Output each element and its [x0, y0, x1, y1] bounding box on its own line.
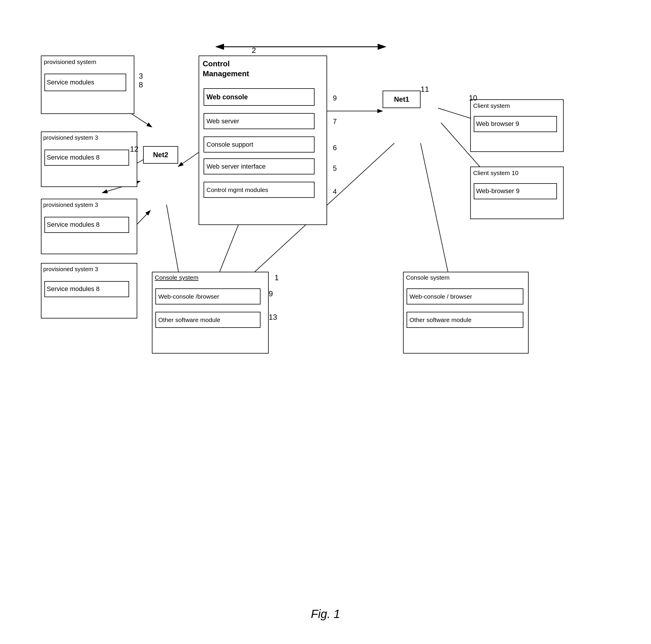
- provisioned-system-1-outer: provisioned system Service modules: [41, 56, 134, 114]
- figure-caption: Fig. 1: [311, 608, 340, 621]
- console-system-left-label: Console system: [152, 272, 268, 283]
- num-1-label: 1: [275, 273, 279, 282]
- num-10-label: 10: [469, 93, 477, 103]
- service-modules-3-label: Service modules 8: [45, 219, 101, 230]
- console-support-box: Console support: [204, 137, 314, 152]
- console-right-webconsole-label: Web-console / browser: [407, 292, 474, 301]
- provisioned-system-2-inner: Service modules 8: [44, 150, 129, 166]
- client-system-2-outer: Client system 10 Web-browser 9: [470, 167, 564, 219]
- num-2-label: 2: [252, 46, 256, 55]
- client-system-2-inner: Web-browser 9: [474, 183, 557, 199]
- num-4-control-label: 4: [333, 187, 337, 196]
- num-13-label: 13: [269, 313, 277, 322]
- net1-label: Net1: [394, 95, 409, 104]
- console-system-left-outer: Console system Web-console /browser Othe…: [152, 272, 269, 354]
- web-server-interface-label: Web server interface: [204, 162, 268, 172]
- num-7-control-label: 7: [333, 117, 337, 126]
- provisioned-system-4-outer: provisioned system 3 Service modules 8: [41, 263, 137, 319]
- num-9-control-label: 9: [333, 94, 337, 102]
- num-11-label: 11: [421, 85, 429, 94]
- web-console-label: Web console: [204, 92, 250, 102]
- web-server-box: Web server: [204, 113, 314, 129]
- provisioned-system-3-label: provisioned system 3: [41, 199, 137, 210]
- console-right-webconsole-box: Web-console / browser: [407, 288, 523, 304]
- provisioned-system-1-inner: Service modules: [44, 74, 126, 91]
- service-modules-4-label: Service modules 8: [45, 284, 101, 295]
- num-9-console-label: 9: [269, 289, 273, 298]
- client-system-1-label: Client system: [471, 100, 563, 111]
- diagram: provisioned system Service modules 3 8 p…: [18, 18, 631, 573]
- provisioned-system-4-inner: Service modules 8: [44, 281, 129, 297]
- console-right-other-box: Other software module: [407, 312, 523, 328]
- control-management-label: ControlManagement: [199, 56, 327, 82]
- service-modules-1-label: Service modules: [45, 77, 96, 88]
- control-mgmt-modules-label: Control mgmt modules: [204, 185, 271, 195]
- net2-box: Net2: [143, 146, 178, 164]
- control-management-outer: ControlManagement 2 Web console Web serv…: [198, 56, 327, 225]
- console-system-right-outer: Console system Web-console / browser Oth…: [403, 272, 529, 354]
- num-12-label: 12: [130, 145, 138, 154]
- control-mgmt-modules-box: Control mgmt modules: [204, 182, 314, 198]
- web-browser-2-label: Web-browser 9: [474, 186, 521, 197]
- web-server-interface-box: Web server interface: [204, 158, 314, 174]
- provisioned-system-2-outer: provisioned system 3 Service modules 8: [41, 131, 137, 187]
- console-support-label: Console support: [204, 140, 255, 150]
- console-left-webconsole-label: Web-console /browser: [156, 292, 222, 301]
- svg-line-14: [421, 143, 450, 281]
- provisioned-system-2-label: provisioned system 3: [41, 132, 137, 143]
- console-system-right-label: Console system: [404, 272, 528, 283]
- console-left-other-box: Other software module: [155, 312, 260, 328]
- client-system-1-inner: Web browser 9: [474, 116, 557, 132]
- console-right-other-label: Other software module: [407, 315, 474, 325]
- provisioned-system-3-outer: provisioned system 3 Service modules 8: [41, 199, 137, 254]
- net2-label: Net2: [151, 149, 170, 160]
- num-5-control-label: 5: [333, 164, 337, 172]
- provisioned-system-4-label: provisioned system 3: [41, 264, 137, 275]
- web-server-label: Web server: [204, 116, 242, 126]
- web-browser-1-label: Web browser 9: [474, 119, 521, 129]
- console-left-webconsole-box: Web-console /browser: [155, 288, 260, 304]
- provisioned-system-3-inner: Service modules 8: [44, 217, 129, 233]
- web-console-box: Web console: [204, 88, 314, 106]
- service-modules-2-label: Service modules 8: [45, 152, 101, 163]
- client-system-2-label: Client system 10: [471, 167, 563, 178]
- num-8-label: 8: [139, 80, 143, 89]
- num-6-control-label: 6: [333, 144, 337, 152]
- console-left-other-label: Other software module: [156, 315, 222, 325]
- net1-box: Net1: [382, 91, 421, 108]
- num-3-label: 3: [139, 71, 143, 81]
- client-system-1-outer: Client system Web browser 9: [470, 99, 564, 152]
- provisioned-system-1-label: provisioned system: [41, 56, 134, 67]
